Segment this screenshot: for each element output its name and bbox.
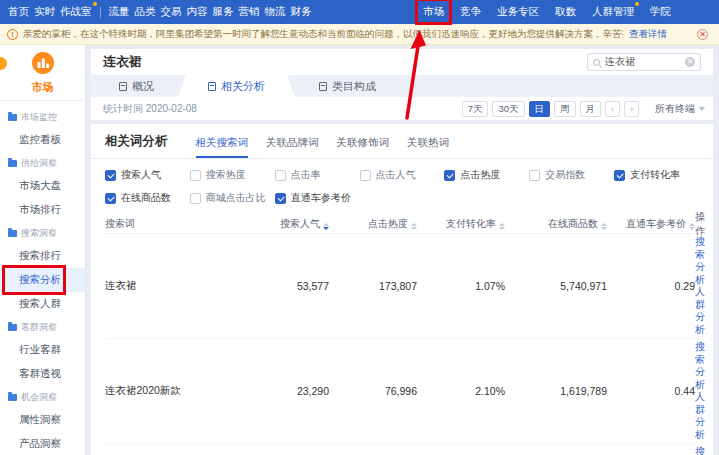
sidebar-item-industry-audience[interactable]: 行业客群 (0, 338, 85, 362)
menu-section-supply-insight: 供给洞察 (0, 152, 85, 174)
sidebar-item-search-analysis[interactable]: 搜索分析 (0, 268, 85, 292)
col-ztc-price[interactable]: 直通车参考价 (607, 217, 695, 231)
nav-item-audience-mgmt[interactable]: 人群管理 (592, 5, 634, 19)
checkbox-checked-icon[interactable] (105, 170, 116, 181)
metric-checkbox-group: 搜索人气 搜索热度 点击率 点击人气 点击热度 交易指数 支付转化率 在线商品数… (91, 159, 713, 210)
checkbox-icon[interactable] (190, 193, 201, 204)
nav-item-trade[interactable]: 交易 (161, 5, 182, 19)
row-actions: 搜索分析人群分析 (695, 234, 705, 338)
tab-related-analysis[interactable]: 相关分析 (178, 75, 295, 97)
cell-term: 连衣裙2020新款 (105, 384, 253, 398)
sidebar-item-audience-perspective[interactable]: 客群透视 (0, 362, 85, 386)
folder-icon (8, 114, 17, 121)
stats-toolbar: 统计时间 2020-02-08 7天 30天 日 周 月 ‹ › 所有终端 (91, 97, 713, 120)
metric-click-popularity[interactable]: 点击人气 (360, 168, 445, 182)
sidebar-item-market-overview[interactable]: 市场大盘 (0, 174, 85, 198)
checkbox-icon[interactable] (190, 170, 201, 181)
checkbox-icon[interactable] (529, 170, 540, 181)
col-conversion[interactable]: 支付转化率 (417, 217, 505, 231)
tab-overview[interactable]: 概况 (95, 75, 178, 97)
metric-mall-click-share[interactable]: 商城点击占比 (190, 191, 275, 205)
metric-online-products[interactable]: 在线商品数 (105, 191, 190, 205)
period-week-button[interactable]: 周 (554, 101, 576, 117)
title-row: 连衣裙 连衣裙 ✕ (91, 49, 713, 75)
metric-ztc-ref-price[interactable]: 直通车参考价 (275, 191, 360, 205)
nav-item-marketing[interactable]: 营销 (239, 5, 260, 19)
menu-section-audience-insight: 客群洞察 (0, 316, 85, 338)
search-analysis-link[interactable]: 搜索分析 (695, 236, 705, 286)
sidebar-item-search-audience[interactable]: 搜索人群 (0, 292, 85, 316)
audience-analysis-link[interactable]: 人群分析 (695, 286, 705, 336)
metric-search-heat[interactable]: 搜索热度 (190, 168, 275, 182)
sidebar-item-market-ranking[interactable]: 市场排行 (0, 198, 85, 222)
period-day-button[interactable]: 日 (529, 101, 551, 117)
nav-item-category[interactable]: 品类 (135, 5, 156, 19)
checkbox-checked-icon[interactable] (105, 193, 116, 204)
col-online-products[interactable]: 在线商品数 (505, 217, 607, 231)
metric-search-popularity[interactable]: 搜索人气 (105, 168, 190, 182)
chevron-down-icon (699, 107, 705, 111)
notice-text: 亲爱的掌柜，在这个特殊时期，阿里集团希望第一时间了解您生意动态和当前面临的问题，… (23, 28, 623, 41)
clear-icon[interactable]: ✕ (685, 57, 695, 67)
top-nav: 首页 实时 作战室 流量 品类 交易 内容 服务 营销 物流 财务 市场 竞争 … (0, 0, 719, 24)
nav-item-logistics[interactable]: 物流 (265, 5, 286, 19)
subtab-related-search-words[interactable]: 相关搜索词 (196, 136, 249, 158)
folder-icon (8, 160, 17, 167)
search-input[interactable]: 连衣裙 (605, 55, 685, 69)
table-row: 连衣裙2020新款 23,290 76,996 2.10% 1,619,789 … (105, 339, 699, 444)
nav-item-traffic[interactable]: 流量 (109, 5, 130, 19)
sidebar-item-search-ranking[interactable]: 搜索排行 (0, 244, 85, 268)
search-analysis-link[interactable]: 搜索分析 (695, 446, 705, 455)
header-card: 连衣裙 连衣裙 ✕ 概况 相关分析 类目构成 统计时间 2020-02-08 7… (91, 49, 713, 120)
subtab-related-hot-words[interactable]: 关联热词 (407, 136, 449, 158)
nav-item-content[interactable]: 内容 (187, 5, 208, 19)
checkbox-checked-icon[interactable] (614, 170, 625, 181)
menu-section-market-monitor: 市场监控 (0, 106, 85, 128)
table-row: 连衣裙 53,577 173,807 1.07% 5,740,971 0.29 … (105, 234, 699, 339)
sidebar-logo: 市场 (0, 45, 85, 101)
checkbox-icon[interactable] (360, 170, 371, 181)
metric-click-rate[interactable]: 点击率 (275, 168, 360, 182)
subtab-related-brand-words[interactable]: 关联品牌词 (266, 136, 319, 158)
table-row: 台湾网纱连衣裙 品牌 21,054 23,505 0.19% 2,416 0.2… (105, 444, 699, 455)
keyword-search-box[interactable]: 连衣裙 ✕ (587, 53, 701, 71)
col-search-popularity[interactable]: 搜索人气 (253, 217, 329, 231)
sidebar-item-product-insight[interactable]: 产品洞察 (0, 432, 85, 455)
checkbox-checked-icon[interactable] (275, 193, 286, 204)
period-7d-button[interactable]: 7天 (462, 101, 489, 117)
tab-category-composition[interactable]: 类目构成 (295, 75, 400, 97)
close-icon[interactable]: ✕ (697, 29, 708, 40)
nav-item-finance[interactable]: 财务 (291, 5, 312, 19)
metric-conversion-rate[interactable]: 支付转化率 (614, 168, 699, 182)
terminal-dropdown[interactable]: 所有终端 (655, 102, 705, 116)
sidebar-item-attribute-insight[interactable]: 属性洞察 (0, 408, 85, 432)
period-30d-button[interactable]: 30天 (492, 101, 524, 117)
nav-item-service[interactable]: 服务 (213, 5, 234, 19)
checkbox-checked-icon[interactable] (444, 170, 455, 181)
nav-item-academy[interactable]: 学院 (650, 5, 671, 19)
nav-item-realtime[interactable]: 实时 (34, 5, 55, 19)
sidebar-menu: 市场监控 监控看板 供给洞察 市场大盘 市场排行 搜索洞察 搜索排行 搜索分析 … (0, 101, 85, 455)
audience-analysis-link[interactable]: 人群分析 (695, 391, 705, 441)
prev-period-button[interactable]: ‹ (605, 101, 620, 117)
subtab-related-modifier-words[interactable]: 关联修饰词 (337, 136, 390, 158)
nav-item-market[interactable]: 市场 (423, 5, 444, 19)
col-search-term: 搜索词 (105, 217, 253, 231)
nav-item-competition[interactable]: 竞争 (460, 5, 481, 19)
nav-item-data-fetch[interactable]: 取数 (555, 5, 576, 19)
nav-item-business-zone[interactable]: 业务专区 (497, 5, 539, 19)
next-period-button[interactable]: › (624, 101, 639, 117)
search-analysis-link[interactable]: 搜索分析 (695, 341, 705, 391)
main-area: 连衣裙 连衣裙 ✕ 概况 相关分析 类目构成 统计时间 2020-02-08 7… (86, 45, 719, 455)
col-click-heat[interactable]: 点击热度 (329, 217, 417, 231)
document-icon (119, 82, 127, 91)
checkbox-icon[interactable] (275, 170, 286, 181)
analysis-header: 相关词分析 相关搜索词 关联品牌词 关联修饰词 关联热词 (91, 124, 713, 159)
metric-trade-index[interactable]: 交易指数 (529, 168, 614, 182)
nav-item-home[interactable]: 首页 (8, 5, 29, 19)
notice-detail-link[interactable]: 查看详情 (629, 28, 667, 41)
sidebar-item-monitor-board[interactable]: 监控看板 (0, 128, 85, 152)
period-month-button[interactable]: 月 (580, 101, 602, 117)
nav-item-warroom[interactable]: 作战室 (60, 5, 92, 19)
metric-click-heat[interactable]: 点击热度 (444, 168, 529, 182)
